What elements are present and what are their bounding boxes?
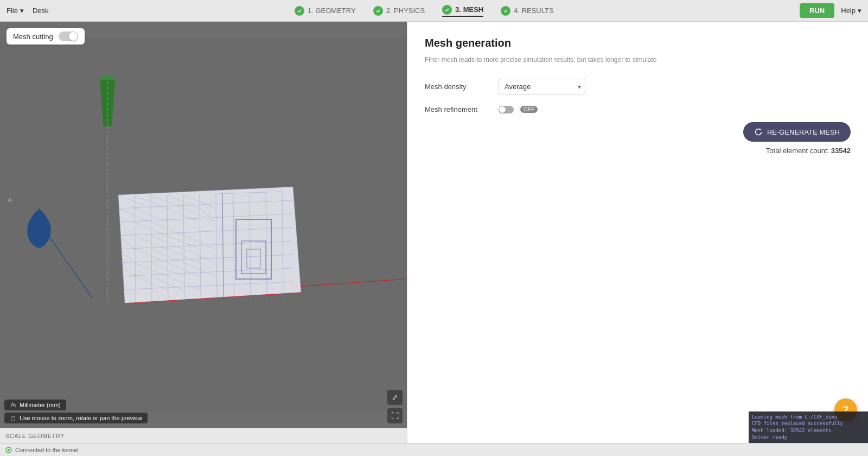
mesh-check-icon xyxy=(442,5,452,15)
svg-point-1 xyxy=(8,199,11,202)
mesh-refinement-row: Mesh refinement OFF xyxy=(425,105,851,113)
svg-marker-66 xyxy=(760,128,761,130)
results-check-icon xyxy=(501,6,510,16)
mesh-refinement-toggle[interactable] xyxy=(499,106,514,113)
element-count: Total element count: 33542 xyxy=(766,147,851,155)
nav-right: RUN Help ▾ xyxy=(800,3,861,18)
mesh-density-row: Mesh density Average Coarse Fine Very Fi… xyxy=(425,79,851,94)
main-area: Mesh cutting xyxy=(0,22,868,443)
physics-check-icon xyxy=(373,6,383,16)
file-menu[interactable]: File ▾ xyxy=(7,7,24,15)
fullscreen-icon[interactable]: ⤢ xyxy=(387,390,403,405)
svg-point-68 xyxy=(8,449,10,451)
mesh-refinement-label: Mesh refinement xyxy=(425,105,490,113)
terminal-log: Loading mesh from C:/CAF_Simu CFD files … xyxy=(749,411,868,443)
panel-title: Mesh generation xyxy=(425,37,851,49)
regenerate-mesh-button[interactable]: RE-GENERATE MESH xyxy=(743,122,851,142)
mesh-cutting-toggle[interactable] xyxy=(59,31,78,41)
mesh-density-label: Mesh density xyxy=(425,83,490,91)
panel-description: Finer mesh leads to more precise simulat… xyxy=(425,56,851,64)
mesh-cutting-label: Mesh cutting xyxy=(13,33,53,41)
expand-icon[interactable]: ⛶ xyxy=(387,408,403,423)
status-bar: Connected to the kernel xyxy=(0,443,868,456)
scale-geometry-bar: SCALE GEOMETRY xyxy=(0,428,407,443)
right-panel: Mesh generation Finer mesh leads to more… xyxy=(407,22,868,443)
step-mesh[interactable]: 3. MESH xyxy=(442,5,483,17)
step-results[interactable]: 4. RESULTS xyxy=(501,6,553,16)
refresh-icon xyxy=(754,128,763,136)
refinement-off-badge: OFF xyxy=(520,106,538,113)
kernel-icon xyxy=(5,447,12,453)
connection-status: Connected to the kernel xyxy=(15,447,79,453)
mesh-refinement-toggle-row: OFF xyxy=(499,106,538,113)
workflow-steps: 1. GEOMETRY 2. PHYSICS 3. MESH 4. RESULT… xyxy=(49,5,800,17)
toggle-knob xyxy=(69,32,78,41)
viewport-canvas[interactable]: Millimeter (mm) Use mouse to zoom, rotat… xyxy=(0,22,407,428)
nav-left: File ▾ Desk xyxy=(7,7,49,15)
desk-menu[interactable]: Desk xyxy=(33,7,49,15)
help-menu[interactable]: Help ▾ xyxy=(841,7,861,15)
3d-scene-svg xyxy=(0,22,407,428)
mesh-density-select[interactable]: Average Coarse Fine Very Fine xyxy=(499,79,585,94)
top-navigation: File ▾ Desk 1. GEOMETRY 2. PHYSICS 3. M xyxy=(0,0,868,22)
viewport-panel: Mesh cutting xyxy=(0,22,407,443)
step-geometry[interactable]: 1. GEOMETRY xyxy=(295,6,356,16)
run-button[interactable]: RUN xyxy=(800,3,834,18)
mesh-density-select-wrapper: Average Coarse Fine Very Fine xyxy=(499,79,585,94)
status-left: Connected to the kernel xyxy=(5,447,79,453)
step-physics[interactable]: 2. PHYSICS xyxy=(373,6,425,16)
geometry-check-icon xyxy=(295,6,304,16)
viewport-icons: ⤢ ⛶ xyxy=(387,390,403,423)
mesh-cutting-bar: Mesh cutting xyxy=(7,28,85,45)
